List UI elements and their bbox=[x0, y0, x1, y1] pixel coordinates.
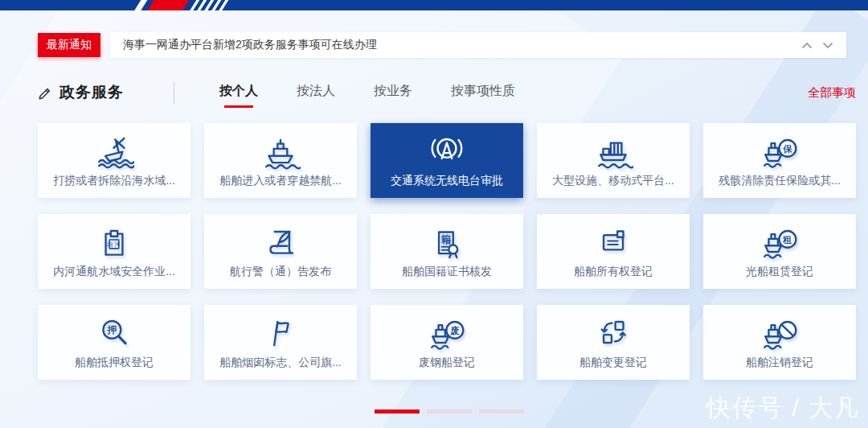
ship-badge-icon: 废 bbox=[427, 309, 467, 352]
service-card-label: 船舶抵押权登记 bbox=[75, 356, 154, 370]
svg-text:籍: 籍 bbox=[440, 234, 452, 245]
salvage-ship-icon bbox=[94, 127, 134, 171]
service-card-label: 航行警（通）告发布 bbox=[230, 265, 331, 279]
svg-text:保: 保 bbox=[782, 144, 792, 154]
flag-icon bbox=[260, 309, 301, 352]
ship-badge-icon: 保 bbox=[760, 127, 800, 171]
notice-item[interactable]: 海事一网通办平台新增2项政务服务事项可在线办理 bbox=[110, 32, 846, 58]
service-card-label: 船舶烟囱标志、公司旗... bbox=[219, 356, 342, 370]
pagination-bar-1[interactable] bbox=[375, 409, 420, 414]
certificate-icon: 籍 bbox=[427, 218, 467, 261]
maritime-services-page: 最新通知 海事一网通办平台新增2项政务服务事项可在线办理 政务服务 按个人按法人… bbox=[0, 0, 868, 428]
service-card[interactable]: 大型设施、移动式平台... bbox=[537, 123, 690, 198]
service-card-label: 船舶进入或者穿越禁航... bbox=[219, 174, 342, 188]
service-card-label: 船舶所有权登记 bbox=[574, 265, 653, 279]
service-card-label: 船舶变更登记 bbox=[579, 356, 647, 370]
pagination bbox=[375, 409, 524, 414]
services-grid: 打捞或者拆除沿海水域...船舶进入或者穿越禁航...交通系统无线电台审批大型设施… bbox=[38, 123, 856, 380]
service-card-label: 交通系统无线电台审批 bbox=[391, 174, 503, 188]
service-card[interactable]: 航行警（通）告发布 bbox=[204, 214, 357, 289]
pagination-bar-3[interactable] bbox=[479, 409, 524, 414]
service-card[interactable]: 交通系统无线电台审批 bbox=[371, 123, 523, 198]
magnifier-badge-icon: 押 bbox=[94, 309, 134, 352]
tab-by-individual[interactable]: 按个人 bbox=[218, 81, 260, 105]
notice-text: 海事一网通办平台新增2项政务服务事项可在线办理 bbox=[123, 38, 801, 52]
registration-card-icon bbox=[593, 218, 633, 261]
notice-bar: 最新通知 海事一网通办平台新增2项政务服务事项可在线办理 bbox=[38, 32, 846, 58]
service-card[interactable]: 船舶所有权登记 bbox=[537, 214, 690, 289]
watermark: 快传号 / 大凡 bbox=[706, 392, 860, 425]
top-banner bbox=[0, 0, 868, 10]
service-card[interactable]: 废废钢船登记 bbox=[371, 305, 523, 380]
page-title: 政务服务 bbox=[59, 82, 124, 103]
banner-stripe bbox=[132, 0, 149, 10]
category-tabs: 按个人按法人按业务按事项性质 bbox=[218, 81, 517, 105]
service-card-label: 船舶国籍证书核发 bbox=[402, 265, 492, 279]
service-card[interactable]: 籍船舶国籍证书核发 bbox=[371, 214, 523, 289]
all-items-link[interactable]: 全部事项 bbox=[808, 85, 856, 101]
scroll-quill-icon bbox=[260, 218, 301, 261]
service-card[interactable]: 押船舶抵押权登记 bbox=[38, 305, 190, 380]
platform-barge-icon bbox=[593, 127, 633, 171]
service-card-label: 船舶注销登记 bbox=[746, 356, 813, 370]
pencil-icon bbox=[38, 85, 53, 101]
divider bbox=[174, 82, 174, 104]
chevron-down-icon[interactable] bbox=[822, 42, 833, 49]
service-card-label: 大型设施、移动式平台... bbox=[552, 174, 674, 188]
service-card-label: 废钢船登记 bbox=[419, 356, 475, 370]
pagination-bar-2[interactable] bbox=[427, 409, 472, 414]
ship-cancel-icon bbox=[760, 309, 800, 352]
notice-badge: 最新通知 bbox=[38, 33, 100, 57]
ship-badge-icon: 租 bbox=[760, 218, 800, 261]
service-card[interactable]: 船舶变更登记 bbox=[537, 305, 690, 380]
service-card[interactable]: 船舶注销登记 bbox=[703, 305, 856, 380]
svg-text:租: 租 bbox=[782, 235, 792, 245]
chevron-up-icon[interactable] bbox=[801, 42, 813, 49]
svg-text:押: 押 bbox=[106, 324, 117, 335]
clipboard-icon: 内河 bbox=[94, 218, 134, 261]
service-card-label: 内河通航水域安全作业... bbox=[53, 265, 175, 279]
service-card-label: 光船租赁登记 bbox=[746, 265, 813, 279]
swap-icon bbox=[593, 309, 633, 352]
tab-by-business[interactable]: 按业务 bbox=[372, 81, 414, 105]
service-card[interactable]: 租光船租赁登记 bbox=[703, 214, 856, 289]
tab-by-item-nature[interactable]: 按事项性质 bbox=[449, 81, 517, 105]
service-card-label: 残骸清除责任保险或其... bbox=[719, 174, 841, 188]
section-header: 政务服务 按个人按法人按业务按事项性质 全部事项 bbox=[38, 80, 856, 105]
tab-by-legal-person[interactable]: 按法人 bbox=[295, 81, 337, 105]
svg-text:废: 废 bbox=[449, 325, 460, 335]
service-card[interactable]: 船舶进入或者穿越禁航... bbox=[204, 123, 357, 198]
service-card[interactable]: 船舶烟囱标志、公司旗... bbox=[204, 305, 357, 380]
ship-icon bbox=[260, 127, 301, 171]
banner-stripe-red bbox=[145, 0, 191, 10]
svg-text:内河: 内河 bbox=[107, 241, 121, 248]
service-card[interactable]: 保残骸清除责任保险或其... bbox=[703, 123, 856, 198]
service-card-label: 打捞或者拆除沿海水域... bbox=[53, 174, 175, 188]
service-card[interactable]: 打捞或者拆除沿海水域... bbox=[38, 123, 190, 198]
radio-tower-icon bbox=[427, 127, 467, 171]
service-card[interactable]: 内河内河通航水域安全作业... bbox=[38, 214, 190, 289]
